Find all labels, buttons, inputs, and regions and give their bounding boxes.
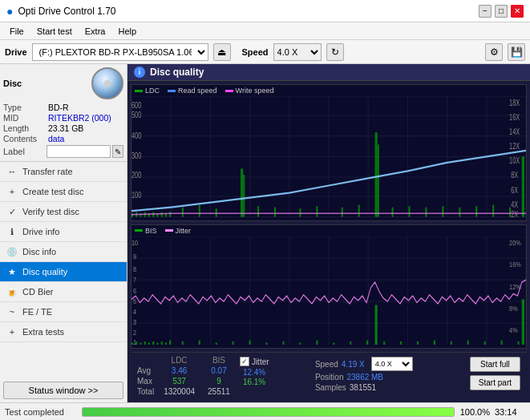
disc-label-button[interactable]: ✎ (112, 145, 123, 158)
drive-select[interactable]: (F:) PLEXTOR BD-R PX-LB950SA 1.06 (32, 43, 208, 61)
samples-val: 381551 (350, 383, 376, 392)
legend-bis: BIS (135, 227, 157, 235)
svg-rect-127 (522, 299, 524, 345)
svg-text:12X: 12X (509, 142, 520, 151)
bis-col-header: BIS (201, 355, 237, 365)
progress-percent: 100.0% (459, 407, 490, 417)
disc-info-icon: 💿 (6, 246, 18, 257)
eject-button[interactable]: ⏏ (213, 43, 231, 61)
svg-text:2: 2 (133, 327, 136, 336)
speed-stat-select[interactable]: 4.0 X (371, 357, 413, 371)
disc-type-val: BD-R (48, 103, 69, 112)
svg-text:200: 200 (131, 171, 141, 180)
nav-drive-info[interactable]: ℹ Drive info (0, 222, 127, 242)
jitter-max-val: 16.1% (240, 378, 312, 386)
svg-rect-19 (131, 213, 133, 217)
nav-fe-te-label: FE / TE (22, 307, 52, 317)
nav-extra-tests[interactable]: + Extra tests (0, 322, 127, 342)
svg-text:4%: 4% (509, 325, 518, 333)
nav-verify-test-disc[interactable]: ✓ Verify test disc (0, 202, 127, 222)
svg-rect-98 (144, 341, 146, 345)
minimize-button[interactable]: − (479, 5, 492, 18)
disc-icon (91, 67, 123, 99)
settings-button[interactable]: ⚙ (485, 43, 503, 61)
charts-area: LDC Read speed Write speed (127, 81, 530, 402)
transfer-rate-icon: ↔ (6, 166, 18, 177)
nav-transfer-rate-label: Transfer rate (22, 167, 73, 176)
top-chart-legend: LDC Read speed Write speed (131, 85, 526, 96)
svg-rect-26 (161, 212, 163, 217)
svg-text:600: 600 (131, 101, 141, 111)
svg-rect-111 (282, 341, 284, 345)
disc-label-row: Label ✎ (3, 145, 123, 158)
nav-create-test-disc[interactable]: + Create test disc (0, 182, 127, 202)
nav-drive-info-label: Drive info (22, 227, 59, 236)
svg-rect-99 (148, 342, 150, 345)
position-label: Position (315, 373, 344, 382)
svg-rect-33 (182, 208, 184, 217)
svg-text:8: 8 (133, 265, 136, 273)
titlebar-left: ● Opti Drive Control 1.70 (6, 5, 116, 18)
refresh-button[interactable]: ↻ (326, 43, 344, 61)
total-bis-val: 25511 (201, 386, 237, 397)
close-button[interactable]: ✕ (511, 5, 524, 18)
speed-stat-val: 4.19 X (342, 360, 365, 369)
maximize-button[interactable]: □ (495, 5, 508, 18)
max-ldc-val: 537 (157, 376, 201, 386)
svg-rect-126 (518, 341, 520, 345)
bis-legend-dot (135, 229, 143, 232)
nav-transfer-rate[interactable]: ↔ Transfer rate (0, 162, 127, 182)
start-full-button[interactable]: Start full (470, 357, 520, 372)
svg-rect-123 (467, 340, 469, 345)
disc-quality-header-icon: i (134, 67, 145, 78)
menu-start-test[interactable]: Start test (30, 25, 79, 38)
menu-help[interactable]: Help (111, 25, 143, 38)
svg-rect-102 (161, 341, 163, 345)
svg-text:7: 7 (133, 275, 136, 284)
disc-mid-row: MID RITEKBR2 (000) (3, 113, 123, 123)
disc-length-row: Length 23.31 GB (3, 123, 123, 133)
cd-bier-icon: 🍺 (6, 286, 18, 297)
svg-rect-116 (366, 340, 368, 345)
svg-text:300: 300 (131, 151, 141, 161)
svg-text:3: 3 (133, 317, 136, 325)
top-chart-svg: 600 500 400 300 200 100 18X 16X 14X 12X … (131, 96, 526, 217)
start-part-button[interactable]: Start part (470, 375, 520, 390)
svg-rect-31 (375, 132, 378, 216)
nav-disc-quality[interactable]: ★ Disc quality (0, 262, 127, 282)
svg-text:20%: 20% (509, 238, 521, 247)
svg-rect-100 (152, 341, 154, 345)
create-test-disc-icon: + (6, 186, 18, 197)
nav-menu: ↔ Transfer rate + Create test disc ✓ Ver… (0, 162, 127, 378)
nav-create-test-disc-label: Create test disc (22, 187, 83, 196)
fe-te-icon: ~ (6, 306, 18, 317)
bis-legend-label: BIS (145, 227, 157, 235)
svg-text:8%: 8% (509, 303, 518, 312)
status-text: Test completed (5, 407, 77, 417)
status-window-button[interactable]: Status window >> (3, 382, 123, 399)
svg-rect-30 (243, 175, 245, 217)
main-area: Disc Type BD-R MID RITEKBR2 (000) Length… (0, 64, 530, 402)
bottom-chart-legend: BIS Jitter (131, 225, 526, 236)
legend-jitter: Jitter (165, 227, 192, 235)
read-speed-legend-label: Read speed (178, 87, 217, 95)
speed-label: Speed (242, 47, 269, 57)
menu-extra[interactable]: Extra (79, 25, 112, 38)
nav-disc-info[interactable]: 💿 Disc info (0, 242, 127, 262)
nav-cd-bier[interactable]: 🍺 CD Bier (0, 282, 127, 302)
svg-rect-47 (475, 206, 477, 217)
menu-file[interactable]: File (3, 25, 30, 38)
nav-fe-te[interactable]: ~ FE / TE (0, 302, 127, 322)
save-button[interactable]: 💾 (508, 43, 525, 61)
svg-text:10: 10 (131, 238, 138, 247)
speed-select[interactable]: 4.0 X (273, 43, 322, 61)
bottom-chart-svg: 10 9 8 7 6 5 4 3 2 1 20% 16% 12% 8% 4% (131, 236, 526, 345)
svg-text:6X: 6X (511, 185, 518, 195)
svg-text:1: 1 (133, 337, 136, 345)
svg-rect-122 (451, 341, 452, 345)
ldc-legend-dot (135, 90, 143, 92)
svg-text:100: 100 (131, 190, 141, 200)
svg-rect-45 (442, 206, 443, 217)
disc-label-input[interactable] (47, 145, 111, 158)
jitter-checkbox[interactable]: ✓ (240, 357, 249, 366)
